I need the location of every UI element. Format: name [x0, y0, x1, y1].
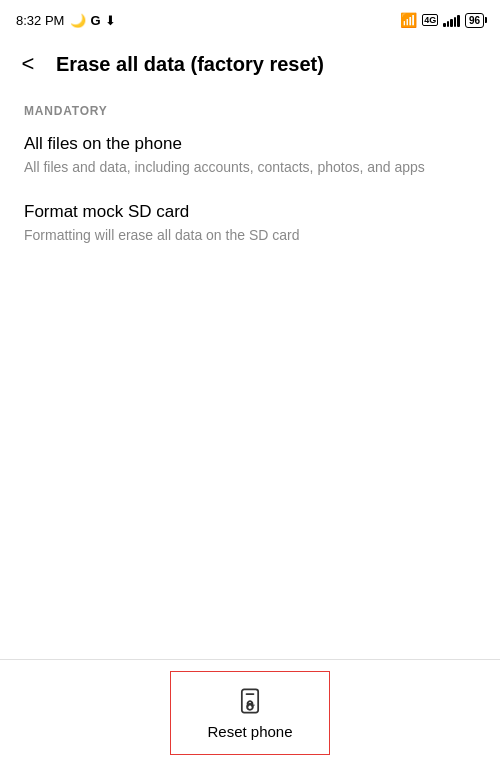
back-button[interactable]: <: [8, 44, 48, 84]
reset-phone-icon: [236, 687, 264, 715]
item-title-files: All files on the phone: [24, 134, 476, 154]
lte-badge: 4G: [422, 14, 438, 26]
item-desc-sd: Formatting will erase all data on the SD…: [24, 226, 476, 246]
page-title: Erase all data (factory reset): [56, 53, 484, 76]
content-area: MANDATORY All files on the phone All fil…: [0, 96, 500, 245]
bottom-action-area: Reset phone: [0, 659, 500, 765]
list-item: All files on the phone All files and dat…: [24, 134, 476, 178]
section-label: MANDATORY: [24, 104, 476, 118]
wifi-icon: 📶: [400, 12, 417, 28]
signal-icon: [443, 14, 460, 27]
moon-icon: 🌙: [70, 13, 86, 28]
status-bar: 8:32 PM 🌙 G ⬇ 📶 4G 96: [0, 0, 500, 36]
time-display: 8:32 PM: [16, 13, 64, 28]
reset-phone-button[interactable]: Reset phone: [170, 671, 330, 755]
item-desc-files: All files and data, including accounts, …: [24, 158, 476, 178]
battery-indicator: 96: [465, 13, 484, 28]
back-arrow-icon: <: [22, 51, 35, 77]
status-right-icons: 📶 4G 96: [400, 12, 484, 28]
toolbar: < Erase all data (factory reset): [0, 36, 500, 96]
download-icon: ⬇: [105, 13, 116, 28]
reset-icon: [234, 685, 266, 717]
google-icon: G: [90, 13, 100, 28]
item-title-sd: Format mock SD card: [24, 202, 476, 222]
list-item: Format mock SD card Formatting will eras…: [24, 202, 476, 246]
reset-phone-label: Reset phone: [207, 723, 292, 740]
